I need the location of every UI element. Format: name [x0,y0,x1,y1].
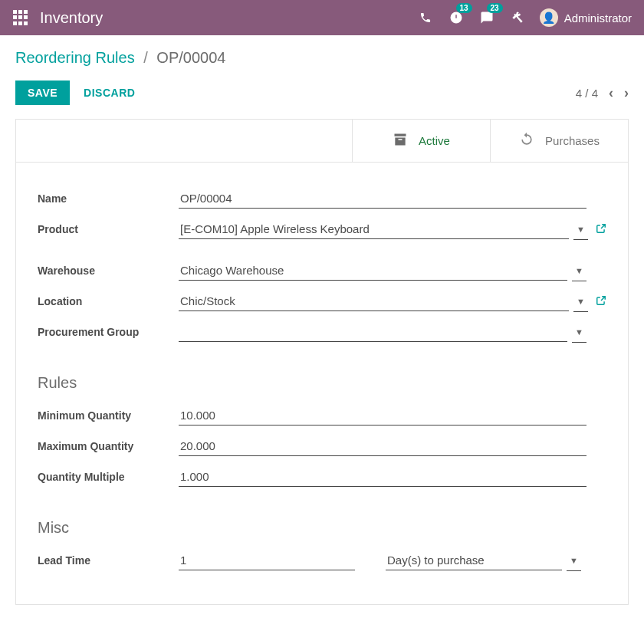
active-label: Active [419,134,450,147]
messages-badge: 23 [487,3,503,13]
min-qty-input[interactable] [179,406,586,426]
qty-multiple-input[interactable] [179,467,586,487]
pager-prev[interactable]: ‹ [609,85,613,101]
breadcrumb-root[interactable]: Reordering Rules [15,49,135,66]
lead-time-unit-select[interactable] [386,550,562,570]
apps-icon[interactable] [12,9,29,26]
location-external-link-icon[interactable] [596,295,606,308]
form-sheet: Active Purchases Name Product ▼ [15,119,629,605]
activities-badge: 13 [456,3,472,13]
chevron-down-icon[interactable]: ▼ [573,291,588,312]
misc-title: Misc [38,519,606,537]
stat-spacer [16,120,352,162]
product-input[interactable] [179,219,569,239]
activities-icon[interactable]: 13 [448,9,465,26]
actions-row: SAVE DISCARD 4 / 4 ‹ › [0,74,644,119]
messages-icon[interactable]: 23 [478,9,495,26]
topbar: Inventory 13 23 👤 Administrator [0,0,644,35]
max-qty-label: Maximum Quantity [38,440,179,452]
pager-next[interactable]: › [624,85,629,101]
qty-multiple-label: Quantity Multiple [38,471,179,483]
avatar-icon: 👤 [540,8,558,27]
app-title[interactable]: Inventory [40,9,103,27]
refresh-icon [519,132,534,150]
max-qty-input[interactable] [179,436,586,456]
breadcrumb-separator: / [143,49,148,66]
pager-text: 4 / 4 [576,87,598,100]
purchases-button[interactable]: Purchases [490,120,628,162]
tools-icon[interactable] [509,9,526,26]
lead-time-input[interactable] [179,550,355,570]
discard-button[interactable]: DISCARD [84,87,135,99]
chevron-down-icon[interactable]: ▼ [572,322,586,343]
chevron-down-icon[interactable]: ▼ [567,550,581,571]
name-input[interactable] [179,189,586,209]
user-menu[interactable]: 👤 Administrator [540,9,632,26]
warehouse-input[interactable] [179,261,567,281]
row-location: Location ▼ [38,288,606,314]
row-procurement-group: Procurement Group ▼ [38,319,606,345]
location-input[interactable] [179,291,569,311]
lead-time-label: Lead Time [38,554,179,567]
row-max-qty: Maximum Quantity [38,433,606,459]
row-product: Product ▼ [38,216,606,242]
rules-title: Rules [38,374,606,392]
row-warehouse: Warehouse ▼ [38,258,606,284]
row-qty-multiple: Quantity Multiple [38,464,606,490]
name-label: Name [38,192,179,205]
save-button[interactable]: SAVE [15,80,70,105]
purchases-label: Purchases [545,134,600,147]
topbar-right: 13 23 👤 Administrator [417,9,632,26]
warehouse-label: Warehouse [38,264,179,277]
user-label: Administrator [564,12,632,25]
form-body: Name Product ▼ Warehouse ▼ [16,163,628,604]
procurement-group-input[interactable] [179,322,567,342]
row-lead-time: Lead Time ▼ [38,547,606,573]
location-label: Location [38,295,179,307]
pager: 4 / 4 ‹ › [576,85,629,101]
product-external-link-icon[interactable] [596,223,606,236]
min-qty-label: Minimum Quantity [38,409,179,422]
product-label: Product [38,223,179,235]
breadcrumb: Reordering Rules / OP/00004 [15,49,629,67]
archive-icon [393,132,408,150]
active-toggle-button[interactable]: Active [352,120,490,162]
row-name: Name [38,186,606,212]
stat-row: Active Purchases [16,120,628,163]
breadcrumb-current: OP/00004 [156,49,225,66]
chevron-down-icon[interactable]: ▼ [573,219,588,240]
chevron-down-icon[interactable]: ▼ [572,261,586,281]
phone-icon[interactable] [417,9,434,26]
row-min-qty: Minimum Quantity [38,402,606,429]
procurement-group-label: Procurement Group [38,326,179,338]
breadcrumb-area: Reordering Rules / OP/00004 [0,35,644,74]
